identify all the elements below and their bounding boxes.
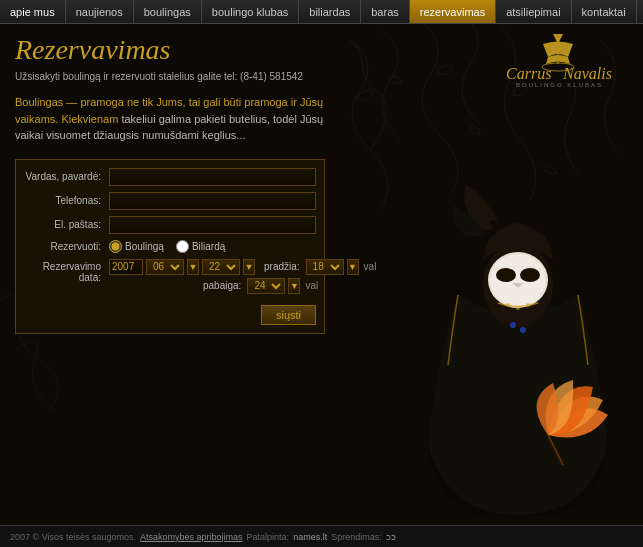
svg-text:Carrus: Carrus xyxy=(506,65,551,82)
main-nav: apie mus naujienos boulingas boulingo kl… xyxy=(0,0,643,24)
email-label: El. paštas: xyxy=(24,219,109,230)
svg-text:BOULINGO KLUBAS: BOULINGO KLUBAS xyxy=(516,82,603,88)
name-input[interactable] xyxy=(109,168,316,186)
svg-point-19 xyxy=(506,303,510,307)
name-row: Vardas, pavardė: xyxy=(24,168,316,186)
reservation-form: Vardas, pavardė: Telefonas: El. paštas: … xyxy=(15,159,325,334)
logo-svg: Carrus Navalis BOULINGO KLUBAS xyxy=(488,29,628,89)
page-title: Rezervavimas xyxy=(15,34,355,66)
submit-row: siųsti xyxy=(24,305,316,325)
footer-symbol: ↄↄ xyxy=(386,532,396,542)
phone-label: Telefonas: xyxy=(24,195,109,206)
right-content: Carrus Navalis BOULINGO KLUBAS xyxy=(355,34,628,515)
page-subtitle: Užsisakyti boulingą ir rezervuoti stalel… xyxy=(15,71,355,82)
nav-boulingo-klubas[interactable]: boulingo klubas xyxy=(202,0,299,23)
year-input[interactable] xyxy=(109,259,143,275)
month-select[interactable]: 06 xyxy=(146,259,184,275)
footer-sprendimas: Sprendimas: xyxy=(331,532,382,542)
nav-biliardas[interactable]: biliardas xyxy=(299,0,361,23)
footer-patalpinta: Patalpinta: xyxy=(247,532,290,542)
date-inputs: 06 ▼ 22 ▼ pradžia: 18 ▼ val xyxy=(109,259,376,297)
nav-kontaktai[interactable]: kontaktai xyxy=(572,0,637,23)
main-container: Rezervavimas Užsisakyti boulingą ir reze… xyxy=(0,24,643,525)
billiard-option[interactable]: Biliardą xyxy=(176,240,225,253)
desc-highlighted: Boulingas — pramoga ne tik Jums, tai gal… xyxy=(15,96,323,125)
left-content: Rezervavimas Užsisakyti boulingą ir reze… xyxy=(15,34,355,515)
footer: 2007 © Visos teisės saugomos. Atsakomybė… xyxy=(0,525,643,547)
nav-boulingas[interactable]: boulingas xyxy=(134,0,202,23)
day-arrow[interactable]: ▼ xyxy=(243,259,255,275)
email-input[interactable] xyxy=(109,216,316,234)
submit-button[interactable]: siųsti xyxy=(261,305,316,325)
bowling-radio[interactable] xyxy=(109,240,122,253)
date-row: Rezervavimo data: 06 ▼ 22 ▼ pradžia: xyxy=(24,259,316,297)
phone-row: Telefonas: xyxy=(24,192,316,210)
phone-input[interactable] xyxy=(109,192,316,210)
svg-point-22 xyxy=(510,322,516,328)
bowling-option[interactable]: Boulingą xyxy=(109,240,164,253)
day-select[interactable]: 22 xyxy=(202,259,240,275)
start-time-select[interactable]: 18 xyxy=(306,259,344,275)
end-label: pabaiga: xyxy=(203,280,241,291)
bowling-label: Boulingą xyxy=(125,241,164,252)
footer-copyright: 2007 © Visos teisės saugomos. xyxy=(10,532,136,542)
footer-names: names.lt xyxy=(293,532,327,542)
nav-rezervavimas[interactable]: rezervavimas xyxy=(410,0,496,23)
end-time-arrow[interactable]: ▼ xyxy=(288,278,300,294)
end-time-select[interactable]: 24 xyxy=(247,278,285,294)
email-row: El. paštas: xyxy=(24,216,316,234)
reserve-label: Rezervuoti: xyxy=(24,241,109,252)
date-line-1: 06 ▼ 22 ▼ pradžia: 18 ▼ val xyxy=(109,259,376,275)
svg-point-16 xyxy=(490,254,546,306)
footer-disclaimer-link[interactable]: Atsakomybės apribojimas xyxy=(140,532,243,542)
svg-point-23 xyxy=(520,327,526,333)
billiard-radio[interactable] xyxy=(176,240,189,253)
billiard-label: Biliardą xyxy=(192,241,225,252)
reserve-options: Boulingą Biliardą xyxy=(109,240,225,253)
logo-area: Carrus Navalis BOULINGO KLUBAS xyxy=(488,29,628,92)
date-label: Rezervavimo data: xyxy=(24,259,109,283)
nav-naujienos[interactable]: naujienos xyxy=(66,0,134,23)
svg-point-18 xyxy=(520,268,540,282)
svg-point-17 xyxy=(496,268,516,282)
month-arrow[interactable]: ▼ xyxy=(187,259,199,275)
date-line-2: pabaiga: 24 ▼ val xyxy=(109,278,376,294)
reserve-type-row: Rezervuoti: Boulingą Biliardą xyxy=(24,240,316,253)
svg-point-21 xyxy=(526,303,530,307)
end-unit: val xyxy=(305,280,318,291)
nav-baras[interactable]: baras xyxy=(361,0,410,23)
svg-point-20 xyxy=(516,306,520,310)
nav-atsiliepimai[interactable]: atsiliepimai xyxy=(496,0,571,23)
svg-text:Navalis: Navalis xyxy=(562,65,612,82)
start-label: pradžia: xyxy=(264,261,300,272)
name-label: Vardas, pavardė: xyxy=(24,171,109,182)
mask-figure xyxy=(398,95,638,515)
page-description: Boulingas — pramoga ne tik Jums, tai gal… xyxy=(15,94,325,144)
nav-apie-mus[interactable]: apie mus xyxy=(0,0,66,23)
